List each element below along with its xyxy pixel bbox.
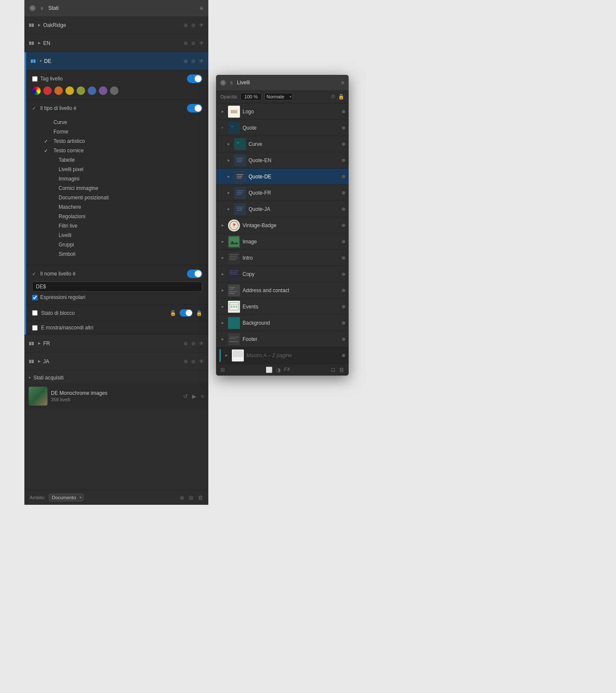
row-en[interactable]: ▶ EN ⊕ ⊛ 👁 — [24, 34, 208, 52]
regex-checkbox[interactable] — [32, 295, 38, 300]
tag-livello-toggle[interactable] — [187, 74, 202, 83]
layer-row-quote-fr[interactable]: ▶ Quote-FR — [216, 185, 349, 201]
livelli-close-button[interactable]: ✕ — [220, 80, 226, 86]
layer-row-quote-de[interactable]: ▶ Quote-DE — [216, 169, 349, 185]
type-item-filtri[interactable]: Filtri live — [32, 221, 202, 231]
nome-livello-input[interactable] — [32, 281, 202, 292]
layer-row-curve[interactable]: ▶ " Curve — [216, 136, 349, 152]
scope-select[interactable]: Documento Foglio Selezione — [49, 494, 83, 501]
expand-quote-ja[interactable]: ▶ — [225, 206, 231, 212]
livelli-menu-button[interactable]: ≡ — [341, 80, 344, 86]
expand-quote-de[interactable]: ▶ — [225, 174, 231, 180]
expand-copy[interactable]: ▶ — [219, 271, 225, 277]
footer-icon-2[interactable]: ⊞ — [189, 495, 193, 501]
swatch-multi[interactable] — [32, 86, 41, 95]
menu-button[interactable]: ≡ — [200, 5, 203, 12]
group-icon[interactable]: ⬜ — [266, 367, 272, 373]
footer-icon-3[interactable]: 🗑 — [198, 495, 203, 501]
expand-arrow-ja[interactable]: ▶ — [38, 359, 41, 363]
expand-logo[interactable]: ▶ — [219, 109, 225, 115]
layer-row-image[interactable]: ▶ Image — [216, 234, 349, 250]
swatch-gold[interactable] — [65, 86, 74, 95]
expand-arrow-fr[interactable]: ▶ — [38, 341, 41, 345]
add-state-icon-en[interactable]: ⊕ — [184, 40, 188, 46]
expand-footer[interactable]: ▶ — [219, 336, 225, 342]
row-fr[interactable]: ▶ FR ⊕ ⊛ 👁 — [24, 335, 208, 352]
close-button[interactable]: ✕ — [30, 5, 36, 11]
expand-master[interactable]: ▶ — [223, 352, 229, 358]
more-icon[interactable]: ≡ — [201, 393, 204, 400]
delete-icon[interactable]: 🗑 — [339, 367, 344, 373]
pause-button[interactable]: ⏸ — [39, 5, 45, 11]
expand-arrow-de[interactable]: ▾ — [40, 59, 41, 63]
swatch-gray[interactable] — [110, 86, 118, 95]
row-de[interactable]: ▾ DE ⊕ ⊛ 👁 — [26, 52, 208, 70]
add-state-icon-de[interactable]: ⊕ — [184, 58, 188, 64]
type-item-livelli-pixel[interactable]: Livelli pixel — [32, 165, 202, 174]
type-item-immagini[interactable]: Immagini — [32, 174, 202, 184]
chevron-down-icon[interactable]: ▾ — [29, 376, 31, 380]
add-state-icon[interactable]: ⊕ — [184, 22, 188, 28]
type-item-testo-cornice[interactable]: ✓ Testo cornice — [32, 146, 202, 155]
fx-icon[interactable]: FX — [284, 367, 290, 373]
type-item-regolazioni[interactable]: Regolazioni — [32, 212, 202, 221]
expand-vintage-badge[interactable]: ▶ — [219, 222, 225, 228]
type-item-documenti[interactable]: Documenti posizionati — [32, 193, 202, 202]
layer-row-logo[interactable]: ▶ Logo — [216, 104, 349, 120]
eye-icon-de[interactable]: 👁 — [199, 58, 204, 64]
layer-row-events[interactable]: ▶ Events — [216, 299, 349, 315]
tag-livello-checkbox[interactable] — [32, 76, 38, 82]
type-item-simboli[interactable]: Simboli — [32, 249, 202, 259]
eye-icon-ja[interactable]: 👁 — [199, 358, 204, 364]
row-oakridge[interactable]: ▶ OakRidge ⊕ ⊛ 👁 — [24, 16, 208, 34]
expand-address[interactable]: ▶ — [219, 287, 225, 293]
layer-row-footer[interactable]: ▶ Footer — [216, 331, 349, 347]
gear-icon[interactable]: ⚙ — [331, 94, 335, 100]
mostra-nascondi-checkbox[interactable] — [32, 325, 38, 331]
swatch-blue[interactable] — [88, 86, 96, 95]
expand-events[interactable]: ▶ — [219, 304, 225, 310]
layer-row-intro[interactable]: ▶ Intro — [216, 250, 349, 266]
layer-row-master[interactable]: ▶ Mastro A – 2 pagine — [216, 347, 349, 364]
layer-row-vintage-badge[interactable]: ▶ 📍 Vintage-Badge — [216, 217, 349, 234]
expand-quote-fr[interactable]: ▶ — [225, 190, 231, 196]
eye-icon-en[interactable]: 👁 — [199, 40, 204, 46]
swatch-red[interactable] — [43, 86, 52, 95]
tipo-livello-toggle[interactable] — [187, 104, 202, 113]
layer-row-quote-ja[interactable]: ▶ Quote-JA — [216, 201, 349, 217]
play-icon[interactable]: ▶ — [192, 393, 196, 400]
expand-arrow-oakridge[interactable]: ▶ — [38, 23, 41, 27]
type-item-maschere[interactable]: Maschere — [32, 202, 202, 212]
type-item-livelli[interactable]: Livelli — [32, 231, 202, 240]
stato-blocco-checkbox[interactable] — [32, 310, 38, 316]
expand-arrow-en[interactable]: ▶ — [38, 41, 41, 45]
opacity-input[interactable] — [240, 93, 262, 101]
swatch-olive[interactable] — [77, 86, 85, 95]
row-ja[interactable]: ▶ JA ⊕ ⊛ 👁 — [24, 352, 208, 370]
expand-background[interactable]: ▶ — [219, 320, 225, 326]
layer-row-background[interactable]: ▶ Background — [216, 315, 349, 331]
filter-icon-fr[interactable]: ⊛ — [191, 341, 195, 346]
filter-icon-en[interactable]: ⊛ — [191, 40, 195, 46]
layer-row-quote-en[interactable]: ▶ Quote-EN — [216, 152, 349, 169]
eye-icon-fr[interactable]: 👁 — [199, 341, 204, 346]
reset-icon[interactable]: ↺ — [183, 393, 188, 400]
expand-quote[interactable]: ▾ — [219, 125, 225, 131]
stato-blocco-toggle[interactable] — [180, 309, 192, 317]
type-item-testo-artistico[interactable]: ✓ Testo artistico — [32, 136, 202, 146]
footer-icon-1[interactable]: ⊕ — [180, 495, 184, 501]
type-item-cornici[interactable]: Cornici immagine — [32, 184, 202, 193]
type-item-forme[interactable]: Forme — [32, 127, 202, 136]
eye-icon[interactable]: 👁 — [199, 22, 204, 28]
blend-select[interactable]: Normale Moltiplica Schermo — [264, 93, 293, 101]
layer-row-quote[interactable]: ▾ " Quote — [216, 120, 349, 136]
add-state-icon-fr[interactable]: ⊕ — [184, 341, 188, 346]
swatch-orange[interactable] — [54, 86, 63, 95]
add-state-icon-ja[interactable]: ⊕ — [184, 358, 188, 364]
expand-intro[interactable]: ▶ — [219, 255, 225, 261]
layer-row-copy[interactable]: ▶ Copy — [216, 266, 349, 282]
new-layer-icon[interactable]: ⊞ — [220, 367, 225, 373]
filter-icon-ja[interactable]: ⊛ — [191, 358, 195, 364]
expand-curve[interactable]: ▶ — [225, 141, 231, 147]
expand-quote-en[interactable]: ▶ — [225, 157, 231, 163]
